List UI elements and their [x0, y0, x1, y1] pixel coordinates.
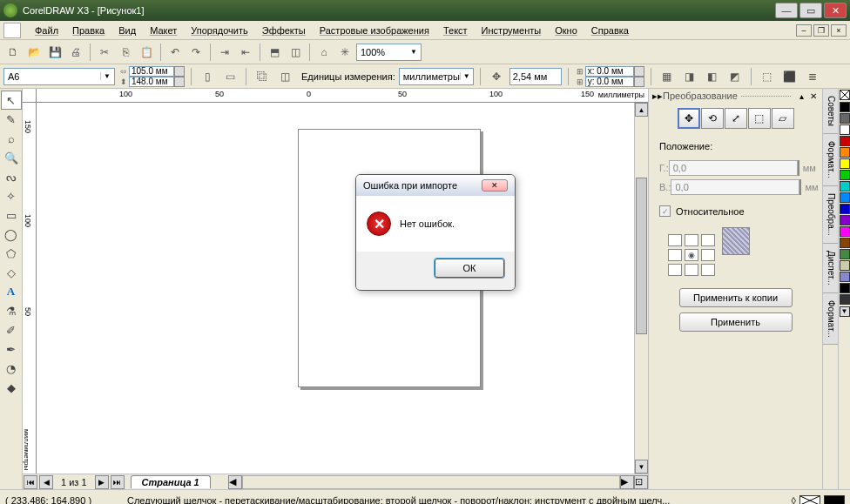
ok-button[interactable]: ОК [435, 259, 504, 278]
menu-effects[interactable]: Эффекты [255, 24, 313, 37]
doc-restore-button[interactable]: ❐ [813, 24, 829, 37]
redo-icon[interactable]: ↷ [186, 43, 206, 62]
menu-file[interactable]: Файл [28, 24, 65, 37]
snap-obj-icon[interactable]: ◧ [703, 67, 722, 86]
minimize-button[interactable]: — [775, 3, 798, 18]
color-swatch[interactable] [840, 283, 850, 293]
rectangle-tool-icon[interactable]: ▭ [1, 205, 22, 225]
color-swatch[interactable] [840, 192, 850, 203]
options-icon[interactable]: ≣ [803, 67, 822, 86]
anchor-cell[interactable] [668, 234, 682, 246]
color-swatch[interactable] [840, 136, 850, 146]
sidetab-format2[interactable]: Формат... [823, 293, 838, 346]
rotate-tab-icon[interactable]: ⟲ [701, 108, 724, 129]
palette-scroll-icon[interactable]: ▼ [840, 306, 850, 317]
undo-icon[interactable]: ↶ [165, 43, 185, 62]
horizontal-scrollbar[interactable]: ◀ ▶ ⊡ [228, 475, 648, 489]
horizontal-ruler[interactable]: 100 50 0 50 100 150 миллиметры [23, 89, 648, 103]
page-height-input[interactable] [129, 77, 174, 87]
v-input[interactable] [671, 179, 799, 195]
sidetab-format1[interactable]: Формат... [823, 134, 838, 186]
scroll-down-button[interactable]: ▼ [635, 460, 648, 474]
new-icon[interactable]: 🗋 [3, 43, 23, 62]
scale-tab-icon[interactable]: ⤢ [725, 108, 747, 129]
chevron-right-icon[interactable]: ▸▸ [652, 91, 663, 102]
color-swatch[interactable] [840, 124, 850, 135]
color-swatch[interactable] [840, 272, 850, 282]
maximize-button[interactable]: ▭ [799, 3, 822, 18]
scroll-left-button[interactable]: ◀ [228, 475, 242, 489]
polygon-tool-icon[interactable]: ⬠ [1, 244, 22, 263]
color-swatch[interactable] [840, 181, 850, 192]
spinner-buttons[interactable] [634, 66, 644, 77]
anchor-cell[interactable] [685, 234, 698, 246]
snap-guide-icon[interactable]: ◨ [680, 67, 699, 86]
anchor-cell[interactable] [701, 249, 715, 261]
dialog-close-button[interactable]: ✕ [482, 179, 508, 192]
h-input[interactable] [669, 160, 798, 176]
menu-arrange[interactable]: Упорядочить [184, 24, 254, 37]
color-swatch[interactable] [840, 102, 850, 112]
anchor-cell[interactable] [701, 264, 715, 276]
sidetab-transform[interactable]: Преобра... [823, 186, 838, 244]
print-icon[interactable]: 🖨 [66, 43, 85, 62]
first-page-button[interactable]: ⏮ [24, 475, 37, 489]
text-tool-icon[interactable]: A [1, 282, 22, 301]
anchor-cell-center[interactable] [685, 249, 698, 261]
color-swatch[interactable] [840, 158, 850, 169]
size-tab-icon[interactable]: ⬚ [748, 108, 771, 129]
menu-help[interactable]: Справка [584, 24, 636, 37]
color-swatch[interactable] [840, 113, 850, 124]
crop-tool-icon[interactable]: ⌕ [1, 129, 22, 148]
menu-view[interactable]: Вид [111, 24, 143, 37]
anchor-cell[interactable] [668, 264, 682, 276]
anchor-cell[interactable] [685, 264, 698, 276]
last-page-button[interactable]: ⏭ [111, 475, 125, 489]
menu-edit[interactable]: Правка [65, 24, 111, 37]
close-icon[interactable]: ✕ [808, 91, 819, 101]
all-pages-icon[interactable]: ⿻ [253, 67, 272, 86]
doc-minimize-button[interactable]: – [796, 24, 812, 37]
cut-icon[interactable]: ✂ [95, 43, 114, 62]
anchor-grid[interactable] [668, 234, 715, 276]
copy-icon[interactable]: ⎘ [116, 43, 135, 62]
menu-tools[interactable]: Инструменты [475, 24, 549, 37]
paper-size-combo[interactable]: A6 ▼ [3, 68, 115, 85]
color-swatch[interactable] [840, 249, 850, 259]
color-swatch[interactable] [840, 170, 850, 180]
pick-tool-icon[interactable]: ↖ [1, 91, 22, 110]
basic-shapes-icon[interactable]: ◇ [1, 263, 22, 282]
welcome-icon[interactable]: ◫ [286, 43, 305, 62]
color-swatch[interactable] [840, 226, 850, 237]
menu-text[interactable]: Текст [436, 24, 475, 37]
scroll-thumb[interactable] [636, 178, 647, 334]
fill-tool-icon[interactable]: ◔ [1, 359, 22, 378]
smart-fill-icon[interactable]: ✧ [1, 186, 22, 205]
menu-window[interactable]: Окно [548, 24, 584, 37]
prev-page-button[interactable]: ◀ [39, 475, 53, 489]
anchor-cell[interactable] [701, 234, 715, 246]
ruler-corner[interactable] [23, 89, 37, 102]
open-icon[interactable]: 📂 [24, 43, 44, 62]
zoom-tool-icon[interactable]: 🔍 [1, 148, 22, 167]
color-swatch[interactable] [840, 260, 850, 271]
skew-tab-icon[interactable]: ▱ [772, 108, 794, 129]
fill-swatch[interactable] [799, 495, 820, 505]
interactive-fill-icon[interactable]: ◆ [1, 378, 22, 397]
relative-checkbox[interactable]: ✓ Относительное [659, 205, 812, 217]
paste-icon[interactable]: 📋 [137, 43, 156, 62]
scroll-right-button[interactable]: ▶ [620, 475, 634, 489]
scroll-track[interactable] [635, 117, 648, 460]
landscape-icon[interactable]: ▭ [220, 67, 239, 86]
no-color-swatch[interactable] [840, 90, 850, 100]
new-object-icon[interactable]: ⬛ [780, 67, 799, 86]
vertical-scrollbar[interactable]: ▲ ▼ [634, 103, 648, 474]
page-width-input[interactable] [129, 66, 174, 77]
snap-icon[interactable]: ✳ [335, 43, 354, 62]
next-page-button[interactable]: ▶ [95, 475, 109, 489]
color-swatch[interactable] [840, 294, 850, 305]
shape-tool-icon[interactable]: ✎ [1, 110, 22, 129]
eyedropper-tool-icon[interactable]: ✐ [1, 320, 22, 339]
corel-online-icon[interactable]: ⌂ [314, 43, 334, 62]
dup-x-input[interactable] [585, 66, 634, 77]
